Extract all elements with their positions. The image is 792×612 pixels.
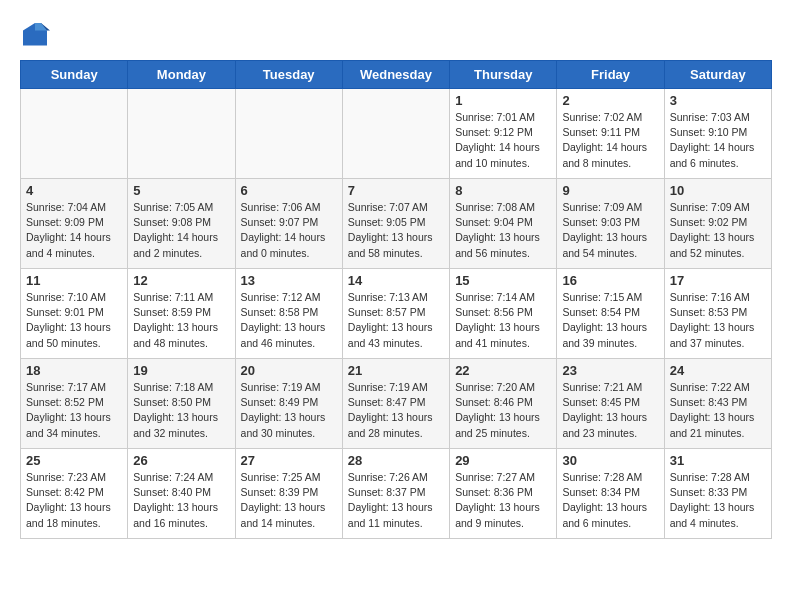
day-info: Sunrise: 7:21 AM Sunset: 8:45 PM Dayligh…: [562, 380, 658, 441]
calendar-cell: 18Sunrise: 7:17 AM Sunset: 8:52 PM Dayli…: [21, 359, 128, 449]
day-number: 7: [348, 183, 444, 198]
calendar-week-5: 25Sunrise: 7:23 AM Sunset: 8:42 PM Dayli…: [21, 449, 772, 539]
calendar-week-2: 4Sunrise: 7:04 AM Sunset: 9:09 PM Daylig…: [21, 179, 772, 269]
calendar-cell: 15Sunrise: 7:14 AM Sunset: 8:56 PM Dayli…: [450, 269, 557, 359]
calendar-cell: 14Sunrise: 7:13 AM Sunset: 8:57 PM Dayli…: [342, 269, 449, 359]
weekday-header-thursday: Thursday: [450, 61, 557, 89]
calendar-cell: [235, 89, 342, 179]
day-number: 25: [26, 453, 122, 468]
day-info: Sunrise: 7:12 AM Sunset: 8:58 PM Dayligh…: [241, 290, 337, 351]
day-number: 16: [562, 273, 658, 288]
day-info: Sunrise: 7:03 AM Sunset: 9:10 PM Dayligh…: [670, 110, 766, 171]
day-number: 2: [562, 93, 658, 108]
logo: [20, 20, 54, 50]
day-info: Sunrise: 7:25 AM Sunset: 8:39 PM Dayligh…: [241, 470, 337, 531]
calendar-cell: 17Sunrise: 7:16 AM Sunset: 8:53 PM Dayli…: [664, 269, 771, 359]
day-info: Sunrise: 7:24 AM Sunset: 8:40 PM Dayligh…: [133, 470, 229, 531]
day-info: Sunrise: 7:01 AM Sunset: 9:12 PM Dayligh…: [455, 110, 551, 171]
calendar-header: SundayMondayTuesdayWednesdayThursdayFrid…: [21, 61, 772, 89]
day-number: 21: [348, 363, 444, 378]
calendar-cell: 13Sunrise: 7:12 AM Sunset: 8:58 PM Dayli…: [235, 269, 342, 359]
calendar-cell: 2Sunrise: 7:02 AM Sunset: 9:11 PM Daylig…: [557, 89, 664, 179]
day-info: Sunrise: 7:20 AM Sunset: 8:46 PM Dayligh…: [455, 380, 551, 441]
calendar-cell: 31Sunrise: 7:28 AM Sunset: 8:33 PM Dayli…: [664, 449, 771, 539]
day-number: 4: [26, 183, 122, 198]
calendar-week-3: 11Sunrise: 7:10 AM Sunset: 9:01 PM Dayli…: [21, 269, 772, 359]
calendar-cell: 26Sunrise: 7:24 AM Sunset: 8:40 PM Dayli…: [128, 449, 235, 539]
calendar-cell: 8Sunrise: 7:08 AM Sunset: 9:04 PM Daylig…: [450, 179, 557, 269]
day-number: 14: [348, 273, 444, 288]
calendar-cell: 5Sunrise: 7:05 AM Sunset: 9:08 PM Daylig…: [128, 179, 235, 269]
weekday-header-monday: Monday: [128, 61, 235, 89]
day-number: 10: [670, 183, 766, 198]
day-number: 19: [133, 363, 229, 378]
day-info: Sunrise: 7:14 AM Sunset: 8:56 PM Dayligh…: [455, 290, 551, 351]
day-number: 5: [133, 183, 229, 198]
day-number: 22: [455, 363, 551, 378]
weekday-header-friday: Friday: [557, 61, 664, 89]
weekday-header-saturday: Saturday: [664, 61, 771, 89]
calendar-cell: 10Sunrise: 7:09 AM Sunset: 9:02 PM Dayli…: [664, 179, 771, 269]
day-number: 12: [133, 273, 229, 288]
calendar-cell: 4Sunrise: 7:04 AM Sunset: 9:09 PM Daylig…: [21, 179, 128, 269]
day-info: Sunrise: 7:27 AM Sunset: 8:36 PM Dayligh…: [455, 470, 551, 531]
calendar-cell: 24Sunrise: 7:22 AM Sunset: 8:43 PM Dayli…: [664, 359, 771, 449]
calendar-table: SundayMondayTuesdayWednesdayThursdayFrid…: [20, 60, 772, 539]
day-number: 23: [562, 363, 658, 378]
day-info: Sunrise: 7:09 AM Sunset: 9:02 PM Dayligh…: [670, 200, 766, 261]
calendar-cell: 27Sunrise: 7:25 AM Sunset: 8:39 PM Dayli…: [235, 449, 342, 539]
calendar-cell: 29Sunrise: 7:27 AM Sunset: 8:36 PM Dayli…: [450, 449, 557, 539]
day-number: 24: [670, 363, 766, 378]
day-info: Sunrise: 7:13 AM Sunset: 8:57 PM Dayligh…: [348, 290, 444, 351]
day-number: 13: [241, 273, 337, 288]
day-info: Sunrise: 7:28 AM Sunset: 8:34 PM Dayligh…: [562, 470, 658, 531]
calendar-cell: 23Sunrise: 7:21 AM Sunset: 8:45 PM Dayli…: [557, 359, 664, 449]
calendar-cell: 11Sunrise: 7:10 AM Sunset: 9:01 PM Dayli…: [21, 269, 128, 359]
day-number: 29: [455, 453, 551, 468]
weekday-row: SundayMondayTuesdayWednesdayThursdayFrid…: [21, 61, 772, 89]
calendar-cell: 7Sunrise: 7:07 AM Sunset: 9:05 PM Daylig…: [342, 179, 449, 269]
calendar-cell: 3Sunrise: 7:03 AM Sunset: 9:10 PM Daylig…: [664, 89, 771, 179]
day-number: 15: [455, 273, 551, 288]
day-number: 28: [348, 453, 444, 468]
day-info: Sunrise: 7:18 AM Sunset: 8:50 PM Dayligh…: [133, 380, 229, 441]
day-info: Sunrise: 7:28 AM Sunset: 8:33 PM Dayligh…: [670, 470, 766, 531]
day-info: Sunrise: 7:15 AM Sunset: 8:54 PM Dayligh…: [562, 290, 658, 351]
calendar-cell: 21Sunrise: 7:19 AM Sunset: 8:47 PM Dayli…: [342, 359, 449, 449]
day-number: 6: [241, 183, 337, 198]
day-info: Sunrise: 7:09 AM Sunset: 9:03 PM Dayligh…: [562, 200, 658, 261]
day-number: 26: [133, 453, 229, 468]
day-info: Sunrise: 7:05 AM Sunset: 9:08 PM Dayligh…: [133, 200, 229, 261]
calendar-cell: 19Sunrise: 7:18 AM Sunset: 8:50 PM Dayli…: [128, 359, 235, 449]
day-info: Sunrise: 7:11 AM Sunset: 8:59 PM Dayligh…: [133, 290, 229, 351]
day-info: Sunrise: 7:02 AM Sunset: 9:11 PM Dayligh…: [562, 110, 658, 171]
calendar-cell: [21, 89, 128, 179]
day-info: Sunrise: 7:19 AM Sunset: 8:47 PM Dayligh…: [348, 380, 444, 441]
day-info: Sunrise: 7:22 AM Sunset: 8:43 PM Dayligh…: [670, 380, 766, 441]
weekday-header-wednesday: Wednesday: [342, 61, 449, 89]
calendar-cell: 25Sunrise: 7:23 AM Sunset: 8:42 PM Dayli…: [21, 449, 128, 539]
day-info: Sunrise: 7:17 AM Sunset: 8:52 PM Dayligh…: [26, 380, 122, 441]
day-number: 17: [670, 273, 766, 288]
day-number: 1: [455, 93, 551, 108]
day-info: Sunrise: 7:16 AM Sunset: 8:53 PM Dayligh…: [670, 290, 766, 351]
day-number: 8: [455, 183, 551, 198]
calendar-body: 1Sunrise: 7:01 AM Sunset: 9:12 PM Daylig…: [21, 89, 772, 539]
calendar-cell: 30Sunrise: 7:28 AM Sunset: 8:34 PM Dayli…: [557, 449, 664, 539]
day-number: 11: [26, 273, 122, 288]
day-info: Sunrise: 7:26 AM Sunset: 8:37 PM Dayligh…: [348, 470, 444, 531]
calendar-cell: 9Sunrise: 7:09 AM Sunset: 9:03 PM Daylig…: [557, 179, 664, 269]
calendar-cell: [128, 89, 235, 179]
day-info: Sunrise: 7:08 AM Sunset: 9:04 PM Dayligh…: [455, 200, 551, 261]
day-info: Sunrise: 7:19 AM Sunset: 8:49 PM Dayligh…: [241, 380, 337, 441]
day-number: 3: [670, 93, 766, 108]
calendar-cell: 1Sunrise: 7:01 AM Sunset: 9:12 PM Daylig…: [450, 89, 557, 179]
calendar-week-4: 18Sunrise: 7:17 AM Sunset: 8:52 PM Dayli…: [21, 359, 772, 449]
day-info: Sunrise: 7:04 AM Sunset: 9:09 PM Dayligh…: [26, 200, 122, 261]
page-header: [20, 20, 772, 50]
weekday-header-sunday: Sunday: [21, 61, 128, 89]
day-number: 18: [26, 363, 122, 378]
calendar-cell: [342, 89, 449, 179]
calendar-cell: 22Sunrise: 7:20 AM Sunset: 8:46 PM Dayli…: [450, 359, 557, 449]
logo-icon: [20, 20, 50, 50]
